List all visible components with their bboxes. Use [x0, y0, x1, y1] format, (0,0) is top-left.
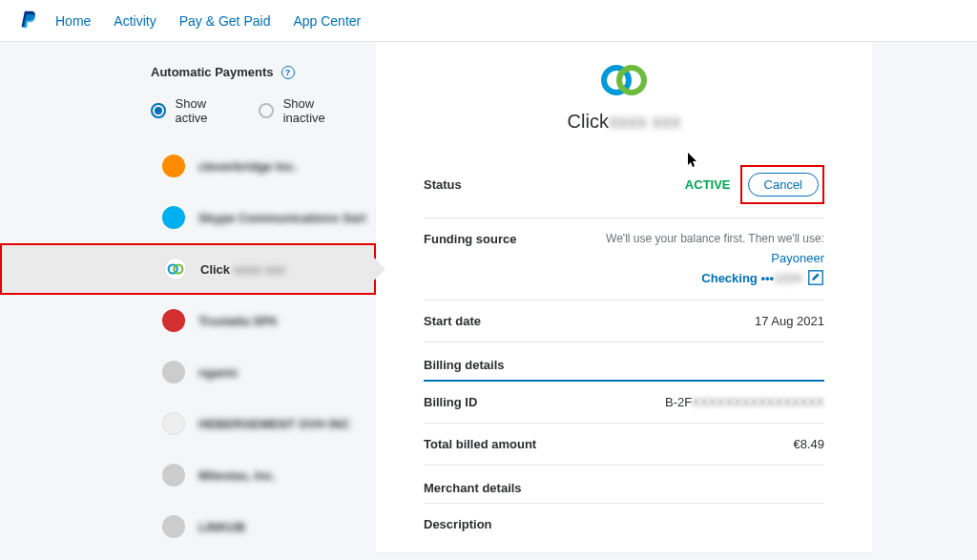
merchant-name: cleverbridge Inc.	[198, 159, 297, 174]
description-label: Description	[424, 517, 492, 531]
merchant-name: Skype Communications Sarl	[198, 211, 366, 225]
nav-home[interactable]: Home	[55, 13, 91, 29]
help-icon[interactable]: ?	[281, 66, 295, 79]
sidebar-title: Automatic Payments ?	[151, 65, 376, 79]
top-navigation: Home Activity Pay & Get Paid App Center	[0, 0, 977, 42]
merchant-icon	[162, 412, 185, 435]
cancel-button[interactable]: Cancel	[748, 173, 819, 197]
nav-activity[interactable]: Activity	[114, 13, 156, 29]
merchant-title: Clickxxxx xxx	[424, 111, 824, 133]
radio-show-active-label: Show active	[176, 96, 240, 125]
total-billed-label: Total billed amount	[424, 437, 536, 451]
merchant-section-title: Merchant details	[424, 466, 824, 504]
merchant-item[interactable]: Trustalia SPA	[0, 295, 376, 346]
funding-account-link[interactable]: Checking •••1234	[701, 271, 801, 285]
merchant-item[interactable]: Skype Communications Sarl	[0, 192, 376, 243]
merchant-item[interactable]: cleverbridge Inc.	[0, 140, 376, 192]
status-label: Status	[424, 177, 462, 192]
merchant-icon	[162, 515, 185, 538]
merchant-name: HEBERGEMENT OVH INC	[198, 417, 350, 431]
merchant-icon	[164, 258, 187, 280]
radio-show-inactive[interactable]	[259, 103, 274, 118]
merchant-icon	[162, 464, 185, 487]
merchant-name: LINKUB	[198, 520, 245, 534]
start-date-value: 17 Aug 2021	[755, 314, 824, 328]
merchant-icon	[162, 155, 185, 177]
merchant-icon	[162, 309, 185, 332]
merchant-name: Click xxxx xxx	[200, 262, 285, 277]
funding-provider-link[interactable]: Payoneer	[606, 251, 824, 265]
total-billed-value: €8.49	[793, 437, 824, 451]
paypal-logo[interactable]	[19, 10, 38, 32]
merchant-icon	[162, 361, 185, 384]
billing-section-title: Billing details	[424, 342, 824, 382]
radio-show-active[interactable]	[151, 103, 166, 118]
merchant-item[interactable]: Milestas, Inc.	[0, 449, 376, 501]
billing-id-value: B-2FXXXXXXXXXXXXXXXX	[665, 395, 824, 409]
merchant-item[interactable]: HEBERGEMENT OVH INC	[0, 398, 376, 449]
merchant-name: Milestas, Inc.	[198, 468, 276, 483]
funding-source-text: We'll use your balance first. Then we'll…	[606, 232, 824, 245]
funding-label: Funding source	[424, 232, 517, 246]
nav-app-center[interactable]: App Center	[293, 13, 361, 29]
merchant-item-selected[interactable]: Click xxxx xxx	[0, 243, 376, 295]
merchant-icon	[162, 206, 185, 229]
billing-id-label: Billing ID	[424, 395, 477, 409]
merchant-name: nganic	[198, 365, 239, 380]
start-date-label: Start date	[424, 314, 481, 328]
merchant-name: Trustalia SPA	[198, 314, 278, 328]
merchant-item[interactable]: nganic	[0, 346, 376, 398]
radio-show-inactive-label: Show inactive	[283, 96, 357, 125]
merchant-logo-icon	[600, 61, 648, 99]
nav-pay-get-paid[interactable]: Pay & Get Paid	[179, 13, 271, 29]
merchant-item[interactable]: LINKUB	[0, 501, 376, 552]
svg-point-1	[174, 264, 182, 273]
sidebar: Automatic Payments ? Show active Show in…	[0, 42, 376, 552]
merchant-detail-panel: Clickxxxx xxx Status ACTIVE Cancel Fundi…	[376, 42, 872, 552]
edit-icon[interactable]	[807, 269, 824, 286]
status-value: ACTIVE	[685, 177, 731, 192]
